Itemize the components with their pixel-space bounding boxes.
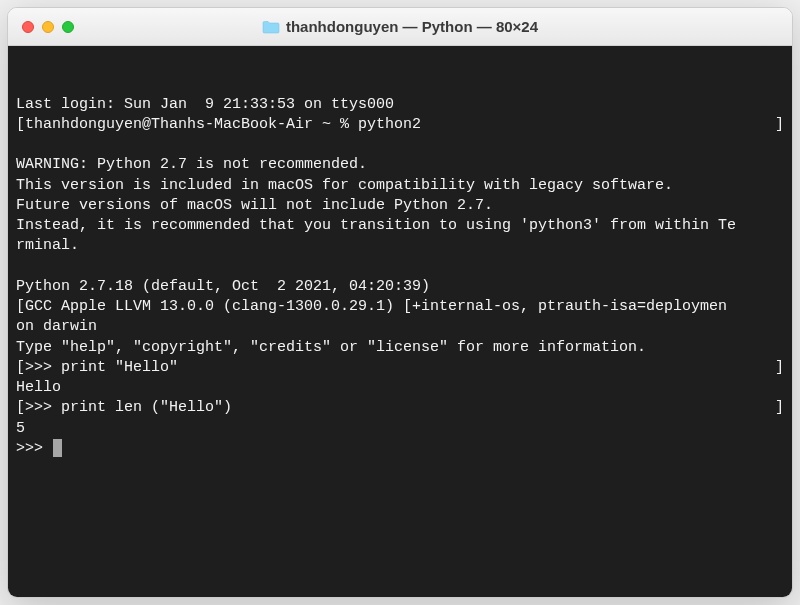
window-title: thanhdonguyen — Python — 80×24 — [286, 18, 538, 35]
terminal-line: Future versions of macOS will not includ… — [16, 196, 784, 216]
terminal-line: Python 2.7.18 (default, Oct 2 2021, 04:2… — [16, 277, 784, 297]
terminal-line: Type "help", "copyright", "credits" or "… — [16, 338, 784, 358]
terminal-viewport[interactable]: Last login: Sun Jan 9 21:33:53 on ttys00… — [8, 46, 792, 597]
terminal-line: [>>> print "Hello"] — [16, 358, 784, 378]
terminal-prompt: >>> — [16, 440, 52, 457]
terminal-line: rminal. — [16, 236, 784, 256]
terminal-line: Last login: Sun Jan 9 21:33:53 on ttys00… — [16, 95, 784, 115]
terminal-line: Instead, it is recommended that you tran… — [16, 216, 784, 236]
title-wrap: thanhdonguyen — Python — 80×24 — [8, 18, 792, 35]
terminal-prompt-line[interactable]: >>> — [16, 439, 784, 459]
terminal-line — [16, 135, 784, 155]
terminal-line: [>>> print len ("Hello")] — [16, 398, 784, 418]
terminal-line: [GCC Apple LLVM 13.0.0 (clang-1300.0.29.… — [16, 297, 784, 317]
close-icon[interactable] — [22, 21, 34, 33]
terminal-line: This version is included in macOS for co… — [16, 176, 784, 196]
folder-icon — [262, 20, 280, 34]
terminal-line: 5 — [16, 419, 784, 439]
terminal-window: thanhdonguyen — Python — 80×24 Last logi… — [7, 7, 793, 598]
traffic-lights — [8, 21, 74, 33]
terminal-line: on darwin — [16, 317, 784, 337]
terminal-line: WARNING: Python 2.7 is not recommended. — [16, 155, 784, 175]
terminal-line: Hello — [16, 378, 784, 398]
cursor-icon — [53, 439, 62, 457]
terminal-line — [16, 257, 784, 277]
minimize-icon[interactable] — [42, 21, 54, 33]
titlebar[interactable]: thanhdonguyen — Python — 80×24 — [8, 8, 792, 46]
maximize-icon[interactable] — [62, 21, 74, 33]
terminal-line: [thanhdonguyen@Thanhs-MacBook-Air ~ % py… — [16, 115, 784, 135]
